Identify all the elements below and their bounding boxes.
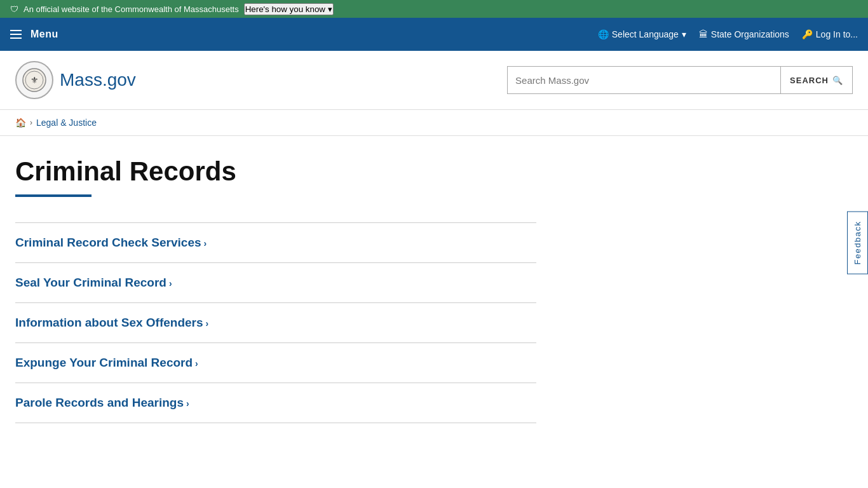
arrow-icon: › bbox=[204, 238, 207, 248]
list-item-label: Seal Your Criminal Record bbox=[15, 276, 166, 289]
svg-text:⚜: ⚜ bbox=[31, 75, 39, 85]
site-name: Mass.gov bbox=[60, 70, 136, 90]
arrow-icon: › bbox=[195, 358, 198, 369]
menu-button[interactable]: Menu bbox=[10, 29, 58, 40]
official-text: An official website of the Commonwealth … bbox=[24, 4, 239, 14]
legal-justice-label: Legal & Justice bbox=[36, 118, 97, 128]
site-header: ⚜ Mass.gov SEARCH 🔍 bbox=[0, 51, 868, 110]
nav-right: 🌐 Select Language ▾ 🏛 State Organization… bbox=[598, 29, 858, 39]
home-icon: 🏠 bbox=[15, 118, 26, 128]
seal-svg: ⚜ bbox=[22, 67, 47, 93]
login-link[interactable]: 🔑 Log In to... bbox=[802, 29, 858, 39]
home-link[interactable]: 🏠 bbox=[15, 118, 26, 128]
search-button-label: SEARCH bbox=[790, 76, 829, 85]
feedback-button[interactable]: Feedback bbox=[847, 211, 868, 274]
list-item-label: Criminal Record Check Services bbox=[15, 236, 201, 249]
how-you-know-button[interactable]: Here's how you know ▾ bbox=[244, 3, 334, 15]
list-item: Seal Your Criminal Record › bbox=[15, 263, 536, 303]
list-item: Parole Records and Hearings › bbox=[15, 383, 536, 423]
chevron-down-icon: ▾ bbox=[328, 4, 332, 14]
main-content: Criminal Records Criminal Record Check S… bbox=[0, 136, 572, 444]
state-organizations-link[interactable]: 🏛 State Organizations bbox=[699, 29, 789, 39]
list-item: Criminal Record Check Services › bbox=[15, 223, 536, 263]
login-label: Log In to... bbox=[816, 29, 858, 39]
page-title: Criminal Records bbox=[15, 156, 557, 187]
chevron-down-icon: ▾ bbox=[682, 29, 686, 39]
list-item: Expunge Your Criminal Record › bbox=[15, 343, 536, 383]
list-item-link[interactable]: Information about Sex Offenders › bbox=[15, 303, 536, 342]
main-navbar: Menu 🌐 Select Language ▾ 🏛 State Organiz… bbox=[0, 18, 868, 51]
list-item-label: Parole Records and Hearings bbox=[15, 396, 184, 409]
list-item-link[interactable]: Expunge Your Criminal Record › bbox=[15, 343, 536, 383]
organizations-icon: 🏛 bbox=[699, 29, 708, 39]
arrow-icon: › bbox=[206, 318, 209, 329]
list-item: Information about Sex Offenders › bbox=[15, 303, 536, 343]
list-item-link[interactable]: Parole Records and Hearings › bbox=[15, 383, 536, 423]
list-item-link[interactable]: Seal Your Criminal Record › bbox=[15, 263, 536, 302]
legal-justice-link[interactable]: Legal & Justice bbox=[36, 118, 97, 128]
language-selector-button[interactable]: 🌐 Select Language ▾ bbox=[598, 29, 686, 39]
language-selector-label: Select Language bbox=[612, 29, 679, 39]
globe-icon: 🌐 bbox=[598, 29, 609, 39]
arrow-icon: › bbox=[169, 278, 172, 288]
feedback-wrapper: Feedback bbox=[847, 211, 868, 276]
how-you-know-label: Here's how you know bbox=[245, 4, 325, 14]
search-button[interactable]: SEARCH 🔍 bbox=[780, 66, 853, 94]
arrow-icon: › bbox=[186, 398, 189, 409]
breadcrumb-separator: › bbox=[30, 118, 32, 127]
site-logo-link[interactable]: ⚜ Mass.gov bbox=[15, 61, 136, 99]
criminal-records-link-list: Criminal Record Check Services ›Seal You… bbox=[15, 222, 536, 423]
breadcrumb: 🏠 › Legal & Justice bbox=[0, 110, 868, 136]
list-item-link[interactable]: Criminal Record Check Services › bbox=[15, 223, 536, 262]
login-icon: 🔑 bbox=[802, 29, 813, 39]
search-input[interactable] bbox=[507, 66, 780, 94]
shield-icon: 🛡 bbox=[10, 4, 18, 14]
title-underline bbox=[15, 194, 92, 197]
hamburger-icon bbox=[10, 30, 22, 39]
official-banner: 🛡 An official website of the Commonwealt… bbox=[0, 0, 868, 18]
search-icon: 🔍 bbox=[832, 76, 843, 85]
state-organizations-label: State Organizations bbox=[711, 29, 789, 39]
search-area: SEARCH 🔍 bbox=[507, 66, 853, 94]
list-item-label: Expunge Your Criminal Record bbox=[15, 356, 193, 369]
massachusetts-seal: ⚜ bbox=[15, 61, 53, 99]
list-item-label: Information about Sex Offenders bbox=[15, 316, 203, 329]
menu-label: Menu bbox=[31, 29, 58, 40]
